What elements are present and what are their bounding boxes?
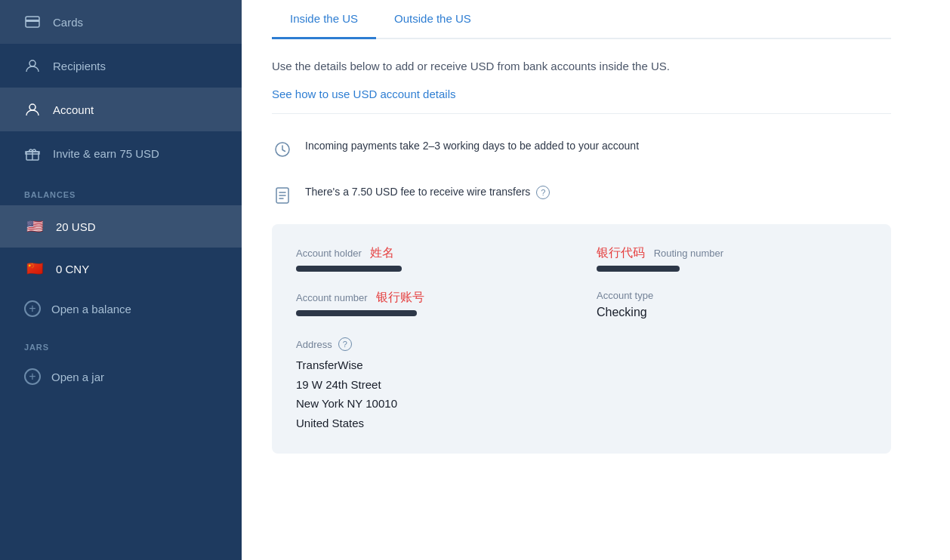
address-line1: TransferWise bbox=[296, 355, 867, 375]
cny-amount: 0 CNY bbox=[56, 263, 89, 275]
address-label: Address ? bbox=[296, 337, 867, 351]
wire-fee-help-icon[interactable]: ? bbox=[536, 186, 550, 199]
routing-number-value bbox=[597, 266, 867, 272]
recipients-icon bbox=[24, 57, 41, 74]
open-jar-item[interactable]: + Open a jar bbox=[0, 358, 242, 395]
open-balance-item[interactable]: + Open a balance bbox=[0, 290, 242, 328]
account-type-label: Account type bbox=[597, 290, 867, 301]
tab-inside-us[interactable]: Inside the US bbox=[272, 0, 376, 39]
usd-flag: 🇺🇸 bbox=[24, 216, 45, 237]
account-number-field: Account number 银行账号 bbox=[296, 290, 566, 319]
account-icon bbox=[24, 101, 41, 118]
sidebar-item-recipients-label: Recipients bbox=[53, 60, 106, 72]
svg-rect-1 bbox=[26, 20, 39, 22]
address-help-icon[interactable]: ? bbox=[338, 337, 352, 351]
address-line2: 19 W 24th Street bbox=[296, 375, 867, 395]
address-line3: New York NY 10010 bbox=[296, 394, 867, 414]
balance-item-usd[interactable]: 🇺🇸 20 USD bbox=[0, 205, 242, 248]
address-line4: United States bbox=[296, 414, 867, 433]
account-holder-value bbox=[296, 266, 566, 272]
account-holder-label: Account holder 姓名 bbox=[296, 245, 566, 261]
account-details-grid: Account holder 姓名 银行代码 Routing number bbox=[296, 245, 867, 432]
tab-outside-us[interactable]: Outside the US bbox=[376, 0, 489, 39]
how-to-use-link[interactable]: See how to use USD account details bbox=[272, 88, 455, 100]
info-row-working-days: Incoming payments take 2–3 working days … bbox=[272, 126, 891, 172]
sidebar-item-invite-label: Invite & earn 75 USD bbox=[53, 147, 159, 160]
account-number-cn-annotation: 银行账号 bbox=[376, 291, 424, 303]
sidebar-item-cards[interactable]: Cards bbox=[0, 0, 242, 44]
account-type-field: Account type Checking bbox=[597, 290, 867, 319]
account-holder-redacted bbox=[296, 266, 402, 272]
clock-icon bbox=[272, 139, 293, 160]
description-text: Use the details below to add or receive … bbox=[272, 39, 891, 88]
card-icon bbox=[24, 14, 41, 30]
tabs-bar: Inside the US Outside the US bbox=[272, 0, 891, 39]
account-type-value: Checking bbox=[597, 306, 867, 319]
sidebar-item-account-label: Account bbox=[53, 103, 94, 116]
svg-point-2 bbox=[29, 60, 35, 66]
address-value: TransferWise 19 W 24th Street New York N… bbox=[296, 355, 867, 432]
routing-number-field: 银行代码 Routing number bbox=[597, 245, 867, 272]
routing-number-label: 银行代码 Routing number bbox=[597, 245, 867, 261]
account-holder-cn-annotation: 姓名 bbox=[370, 246, 394, 259]
account-holder-field: Account holder 姓名 bbox=[296, 245, 566, 272]
open-jar-plus-icon: + bbox=[24, 368, 41, 385]
routing-number-redacted bbox=[597, 266, 680, 272]
gift-icon bbox=[24, 145, 41, 162]
routing-number-cn-annotation: 银行代码 bbox=[597, 246, 645, 259]
open-balance-plus-icon: + bbox=[24, 300, 41, 317]
svg-point-3 bbox=[29, 104, 35, 110]
balances-section-label: Balances bbox=[0, 175, 242, 205]
jars-section-label: Jars bbox=[0, 328, 242, 358]
account-details-card: Account holder 姓名 银行代码 Routing number bbox=[272, 224, 891, 454]
info-row-wire-fee: There's a 7.50 USD fee to receive wire t… bbox=[272, 172, 891, 218]
account-number-value bbox=[296, 310, 566, 316]
working-days-text: Incoming payments take 2–3 working days … bbox=[305, 138, 639, 154]
balance-item-cny[interactable]: 🇨🇳 0 CNY bbox=[0, 248, 242, 290]
address-field: Address ? TransferWise 19 W 24th Street … bbox=[296, 337, 867, 432]
account-number-label: Account number 银行账号 bbox=[296, 290, 566, 306]
sidebar-item-account[interactable]: Account bbox=[0, 88, 242, 131]
doc-icon bbox=[272, 185, 293, 206]
cny-flag: 🇨🇳 bbox=[24, 258, 45, 279]
main-content: Inside the US Outside the US Use the det… bbox=[242, 0, 950, 560]
sidebar-item-cards-label: Cards bbox=[53, 16, 83, 29]
sidebar-item-invite[interactable]: Invite & earn 75 USD bbox=[0, 131, 242, 175]
open-balance-label: Open a balance bbox=[51, 303, 131, 315]
sidebar-item-recipients[interactable]: Recipients bbox=[0, 44, 242, 88]
account-number-redacted bbox=[296, 310, 417, 316]
open-jar-label: Open a jar bbox=[51, 371, 104, 383]
usd-amount: 20 USD bbox=[56, 220, 96, 233]
divider-1 bbox=[272, 113, 891, 114]
sidebar: Cards Recipients Account bbox=[0, 0, 242, 560]
wire-fee-text: There's a 7.50 USD fee to receive wire t… bbox=[305, 184, 550, 200]
